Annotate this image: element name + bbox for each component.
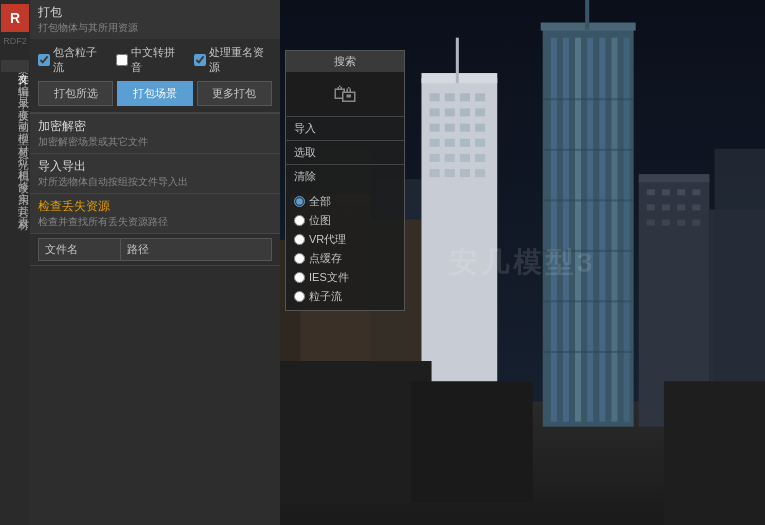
svg-rect-70 — [647, 204, 655, 210]
radio-ies[interactable]: IES文件 — [294, 268, 396, 287]
encrypt-section: 加密解密 加密解密场景或其它文件 — [30, 114, 280, 154]
svg-rect-44 — [445, 169, 455, 177]
svg-rect-23 — [430, 93, 440, 101]
radio-all-input[interactable] — [294, 196, 305, 207]
nav-other[interactable]: 其它 — [1, 192, 29, 204]
pack-title: 打包 — [38, 4, 272, 21]
nav-camera[interactable]: 相机 — [1, 156, 29, 168]
pack-section-header[interactable]: 打包 打包物体与其所用资源 — [30, 0, 280, 39]
nav-model[interactable]: 模型 — [1, 120, 29, 132]
svg-rect-55 — [611, 38, 617, 422]
nav-display[interactable]: 显示 — [1, 84, 29, 96]
missing-section: 检查丢失资源 检查并查找所有丢失资源路径 文件名 路径 — [30, 194, 280, 266]
svg-rect-56 — [624, 38, 630, 422]
svg-rect-50 — [551, 38, 557, 422]
nav-edit[interactable]: 编辑 — [1, 72, 29, 84]
svg-rect-35 — [430, 139, 440, 147]
btn-select[interactable]: 选取 — [286, 140, 404, 164]
svg-rect-67 — [662, 189, 670, 195]
nav-render[interactable]: 渲染 — [1, 48, 29, 60]
svg-rect-43 — [430, 169, 440, 177]
btn-clear[interactable]: 清除 — [286, 164, 404, 188]
nav-material[interactable]: 材质 — [1, 132, 29, 144]
checkbox-particles[interactable]: 包含粒子流 — [38, 45, 106, 75]
nav-modify[interactable]: 修改 — [1, 168, 29, 180]
svg-rect-21 — [421, 73, 497, 83]
checkbox-pinyin-input[interactable] — [116, 54, 128, 66]
btn-pack-selected[interactable]: 打包所选 — [38, 81, 113, 106]
svg-rect-49 — [585, 0, 589, 30]
pack-body: 包含粒子流 中文转拼音 处理重名资源 打包所选 打包场景 更多打包 — [30, 39, 280, 113]
checkbox-rename[interactable]: 处理重名资源 — [194, 45, 272, 75]
import-export-header[interactable]: 导入导出 对所选物体自动按组按文件导入出 — [30, 154, 280, 193]
sidebar-nav: R RDF2 渲染 文件 编辑 显示 变换 动画 模型 材质 灯光 相机 修改 … — [0, 0, 30, 525]
svg-rect-39 — [430, 154, 440, 162]
missing-title: 检查丢失资源 — [38, 198, 272, 215]
svg-rect-26 — [475, 93, 485, 101]
svg-rect-24 — [445, 93, 455, 101]
pack-subtitle: 打包物体与其所用资源 — [38, 21, 272, 35]
svg-rect-41 — [460, 154, 470, 162]
svg-rect-28 — [445, 108, 455, 116]
svg-rect-77 — [692, 220, 700, 226]
svg-rect-45 — [460, 169, 470, 177]
encrypt-header[interactable]: 加密解密 加密解密场景或其它文件 — [30, 114, 280, 153]
checkbox-rename-input[interactable] — [194, 54, 206, 66]
radio-point-cache[interactable]: 点缓存 — [294, 249, 396, 268]
col-filename: 文件名 — [39, 239, 121, 260]
radio-particle-flow-input[interactable] — [294, 291, 305, 302]
nav-file[interactable]: 文件 — [1, 60, 29, 72]
svg-rect-40 — [445, 154, 455, 162]
nav-utility[interactable]: 实用 — [1, 180, 29, 192]
svg-rect-46 — [475, 169, 485, 177]
nav-transform[interactable]: 变换 — [1, 96, 29, 108]
radio-point-cache-input[interactable] — [294, 253, 305, 264]
import-export-section: 导入导出 对所选物体自动按组按文件导入出 — [30, 154, 280, 194]
checkbox-particles-input[interactable] — [38, 54, 50, 66]
svg-rect-80 — [411, 381, 532, 502]
svg-rect-42 — [475, 154, 485, 162]
nav-light[interactable]: 灯光 — [1, 144, 29, 156]
nav-animation[interactable]: 动画 — [1, 108, 29, 120]
svg-rect-64 — [639, 174, 710, 182]
radio-ies-input[interactable] — [294, 272, 305, 283]
btn-more-pack[interactable]: 更多打包 — [197, 81, 272, 106]
svg-rect-38 — [475, 139, 485, 147]
svg-rect-36 — [445, 139, 455, 147]
missing-header[interactable]: 检查丢失资源 检查并查找所有丢失资源路径 — [30, 194, 280, 234]
nav-material2[interactable]: 素材 — [1, 204, 29, 216]
radio-bitmap[interactable]: 位图 — [294, 211, 396, 230]
btn-import[interactable]: 导入 — [286, 116, 404, 140]
svg-rect-25 — [460, 93, 470, 101]
overlay-panel: 搜索 🛍 导入 选取 清除 全部 位图 VR代理 点缓存 I — [285, 50, 405, 311]
overlay-search-header: 搜索 — [286, 51, 404, 72]
svg-rect-32 — [445, 124, 455, 132]
radio-all[interactable]: 全部 — [294, 192, 396, 211]
svg-rect-37 — [460, 139, 470, 147]
radio-particle-flow[interactable]: 粒子流 — [294, 287, 396, 306]
svg-rect-52 — [575, 38, 581, 422]
import-export-subtitle: 对所选物体自动按组按文件导入出 — [38, 175, 272, 189]
svg-rect-68 — [677, 189, 685, 195]
radio-bitmap-input[interactable] — [294, 215, 305, 226]
col-path: 路径 — [121, 239, 271, 260]
pack-checkbox-row: 包含粒子流 中文转拼音 处理重名资源 — [38, 45, 272, 75]
checkbox-pinyin[interactable]: 中文转拼音 — [116, 45, 184, 75]
btn-pack-scene[interactable]: 打包场景 — [117, 81, 192, 106]
svg-rect-33 — [460, 124, 470, 132]
svg-rect-76 — [677, 220, 685, 226]
svg-rect-34 — [475, 124, 485, 132]
svg-rect-79 — [280, 361, 432, 502]
svg-rect-53 — [587, 38, 593, 422]
svg-rect-54 — [599, 38, 605, 422]
rdf2-label: RDF2 — [1, 34, 29, 48]
radio-vr-proxy[interactable]: VR代理 — [294, 230, 396, 249]
pack-section: 打包 打包物体与其所用资源 包含粒子流 中文转拼音 处理重名资源 打包所选 — [30, 0, 280, 114]
overlay-icon: 🛍 — [286, 72, 404, 116]
encrypt-title: 加密解密 — [38, 118, 272, 135]
import-export-title: 导入导出 — [38, 158, 272, 175]
svg-rect-74 — [647, 220, 655, 226]
svg-rect-72 — [677, 204, 685, 210]
radio-vr-proxy-input[interactable] — [294, 234, 305, 245]
pack-button-row: 打包所选 打包场景 更多打包 — [38, 81, 272, 106]
